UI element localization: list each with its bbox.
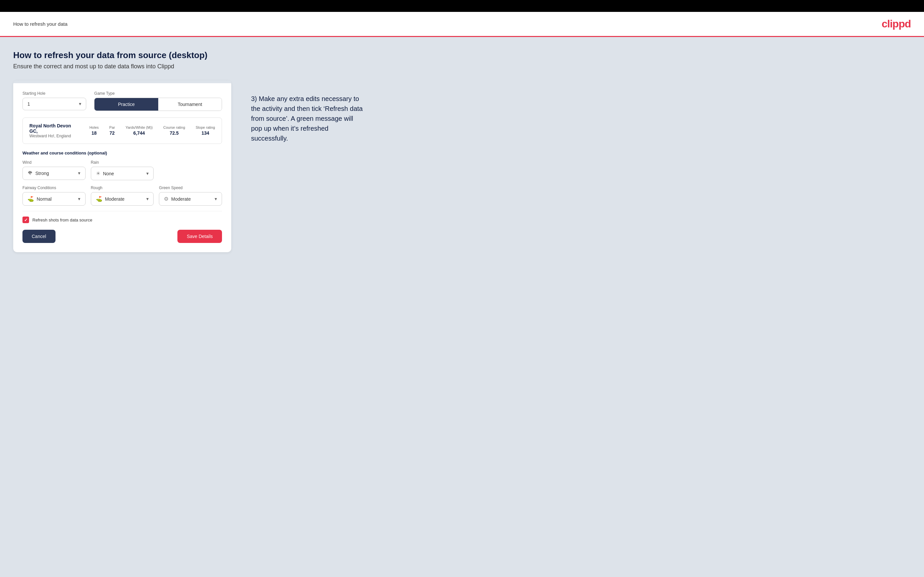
rough-value: Moderate [105,197,124,202]
cancel-button[interactable]: Cancel [23,230,55,243]
rough-chevron-icon: ▼ [145,197,149,201]
divider [23,211,222,211]
fairway-select[interactable]: ⛳ Normal ▼ [23,192,86,206]
rain-label: Rain [91,160,154,165]
wind-icon: 🌪 [27,170,33,176]
starting-hole-field: Starting Hole 1 ▼ [23,91,86,111]
starting-hole-select[interactable]: 1 ▼ [23,98,86,110]
starting-hole-value: 1 [27,102,30,106]
fairway-label: Fairway Conditions [23,185,86,190]
top-bar [0,0,924,12]
yards-value: 6,744 [134,131,145,136]
course-rating: Course rating 72.5 [163,126,185,136]
btn-row: Cancel Save Details [23,230,222,243]
fairway-rough-green-row: Fairway Conditions ⛳ Normal ▼ Rough ⛳ Mo… [23,185,222,206]
green-speed-field: Green Speed ⚙ Moderate ▼ [159,185,222,206]
rain-icon: ☀ [96,170,100,177]
course-holes: Holes 18 [89,126,99,136]
rain-select[interactable]: ☀ None ▼ [91,167,154,180]
par-value: 72 [110,131,115,136]
fairway-field: Fairway Conditions ⛳ Normal ▼ [23,185,86,206]
course-yards: Yards/White (M)) 6,744 [126,126,153,136]
logo: clippd [882,18,911,30]
header-title: How to refresh your data [13,21,68,27]
course-name: Royal North Devon GC, [29,123,79,134]
wind-value: Strong [36,171,49,176]
wind-select[interactable]: 🌪 Strong ▼ [23,167,86,180]
course-rating-label: Course rating [163,126,185,129]
course-location: Westward Ho!, England [29,134,79,138]
wind-chevron-icon: ▼ [77,171,81,176]
content-row: Starting Hole 1 ▼ Game Type Practice Tou… [13,81,911,252]
course-par: Par 72 [109,126,115,136]
practice-toggle-btn[interactable]: Practice [94,98,158,111]
top-fields: Starting Hole 1 ▼ Game Type Practice Tou… [23,91,222,111]
starting-hole-label: Starting Hole [23,91,86,96]
green-speed-chevron-icon: ▼ [214,197,218,201]
page-subheading: Ensure the correct and most up to date d… [13,63,911,70]
fairway-chevron-icon: ▼ [77,197,81,201]
slope-rating: Slope rating 134 [195,126,215,136]
rough-label: Rough [91,185,154,190]
holes-value: 18 [92,131,97,136]
tournament-toggle-btn[interactable]: Tournament [158,98,222,111]
rain-field: Rain ☀ None ▼ [91,160,154,180]
side-instruction-panel: 3) Make any extra edits necessary to the… [251,81,363,143]
rough-icon: ⛳ [96,196,102,202]
game-type-toggle: Practice Tournament [94,98,222,111]
card-top-strip [13,81,231,83]
fairway-icon: ⛳ [27,196,34,202]
fairway-value: Normal [37,197,52,202]
green-speed-select[interactable]: ⚙ Moderate ▼ [159,192,222,206]
course-rating-value: 72.5 [170,131,179,136]
starting-hole-chevron-icon: ▼ [78,102,82,106]
page-heading: How to refresh your data from source (de… [13,50,911,60]
rough-select[interactable]: ⛳ Moderate ▼ [91,192,154,206]
main-content: How to refresh your data from source (de… [0,37,924,577]
rough-field: Rough ⛳ Moderate ▼ [91,185,154,206]
activity-card: Starting Hole 1 ▼ Game Type Practice Tou… [13,81,231,252]
rain-value: None [103,171,114,176]
refresh-checkbox[interactable] [23,216,29,223]
wind-rain-row: Wind 🌪 Strong ▼ Rain ☀ None ▼ [23,160,222,180]
wind-field: Wind 🌪 Strong ▼ [23,160,86,180]
yards-label: Yards/White (M)) [126,126,153,129]
green-speed-value: Moderate [171,197,191,202]
course-info-box: Royal North Devon GC, Westward Ho!, Engl… [23,118,222,144]
rain-chevron-icon: ▼ [145,171,149,176]
refresh-label: Refresh shots from data source [32,218,92,222]
wind-label: Wind [23,160,86,165]
holes-label: Holes [89,126,99,129]
conditions-section-label: Weather and course conditions (optional) [23,150,222,155]
side-instruction-text: 3) Make any extra edits necessary to the… [251,94,363,143]
course-name-block: Royal North Devon GC, Westward Ho!, Engl… [29,123,79,138]
slope-rating-value: 134 [202,131,209,136]
game-type-label: Game Type [94,91,222,96]
save-details-button[interactable]: Save Details [178,230,222,243]
header: How to refresh your data clippd [0,12,924,37]
slope-rating-label: Slope rating [195,126,215,129]
game-type-field: Game Type Practice Tournament [94,91,222,111]
par-label: Par [109,126,115,129]
green-speed-icon: ⚙ [164,196,168,202]
refresh-row: Refresh shots from data source [23,216,222,223]
green-speed-label: Green Speed [159,185,222,190]
